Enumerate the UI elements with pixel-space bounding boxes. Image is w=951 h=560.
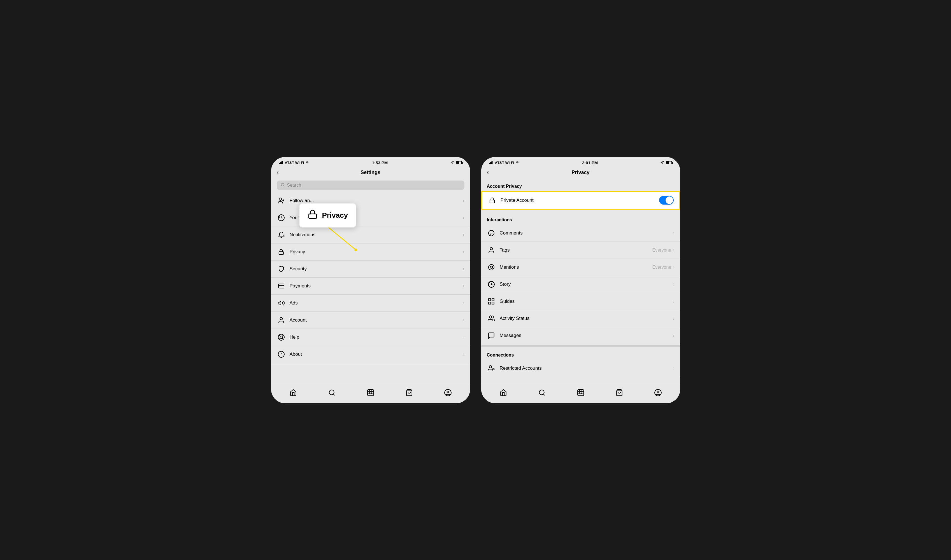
svg-rect-12	[279, 252, 284, 254]
messages-icon	[487, 331, 496, 340]
svg-point-56	[491, 284, 491, 284]
privacy-item-tags[interactable]: Tags Everyone ›	[481, 242, 680, 259]
about-label: About	[290, 351, 463, 357]
svg-point-65	[539, 390, 544, 395]
search-placeholder: Search	[287, 183, 301, 188]
nav-bar-left: ‹ Settings	[271, 167, 470, 178]
settings-item-privacy[interactable]: Privacy ›	[271, 243, 470, 260]
restricted-label: Restricted Accounts	[500, 366, 673, 371]
svg-point-16	[280, 317, 283, 320]
story-label: Story	[500, 282, 673, 287]
left-phone: AT&T Wi-Fi 1:53 PM ‹ Settings	[271, 157, 470, 403]
privacy-item-guides[interactable]: Guides ›	[481, 293, 680, 310]
svg-rect-2	[281, 162, 282, 164]
svg-point-51	[490, 248, 492, 250]
svg-rect-58	[492, 298, 494, 301]
status-bar-left: AT&T Wi-Fi 1:53 PM	[271, 157, 470, 167]
activity-status-icon	[487, 314, 496, 323]
svg-line-66	[543, 394, 545, 395]
account-icon	[277, 316, 286, 325]
settings-item-help[interactable]: Help ›	[271, 329, 470, 346]
svg-point-32	[369, 391, 372, 394]
bottom-nav-home-right[interactable]	[497, 388, 509, 398]
privacy-item-messages[interactable]: Messages ›	[481, 327, 680, 344]
toggle-knob	[665, 197, 673, 204]
settings-item-account[interactable]: Account ›	[271, 312, 470, 329]
svg-point-62	[489, 366, 492, 368]
privacy-icon	[277, 248, 286, 256]
svg-point-39	[447, 391, 449, 393]
svg-rect-43	[492, 161, 493, 164]
bottom-nav-home[interactable]	[287, 388, 300, 398]
nav-bar-right: ‹ Privacy	[481, 167, 680, 178]
bottom-nav-reels[interactable]	[364, 388, 377, 398]
guides-icon	[487, 297, 496, 306]
privacy-item-comments[interactable]: Comments ›	[481, 225, 680, 242]
privacy-label: Privacy	[290, 249, 463, 255]
chevron-privacy: ›	[463, 249, 464, 254]
chevron-activity-status: ›	[673, 316, 674, 321]
svg-rect-3	[283, 161, 283, 164]
svg-rect-46	[489, 200, 494, 203]
status-left-right: AT&T Wi-Fi	[489, 161, 520, 165]
bottom-nav-right	[481, 384, 680, 403]
security-label: Security	[290, 266, 463, 272]
chevron-mentions: ›	[673, 265, 674, 270]
settings-item-about[interactable]: About ›	[271, 346, 470, 363]
svg-line-30	[333, 394, 335, 395]
settings-item-ads[interactable]: Ads ›	[271, 295, 470, 312]
privacy-item-story[interactable]: Story ›	[481, 276, 680, 293]
bottom-nav-shop-right[interactable]	[613, 388, 625, 398]
svg-rect-67	[577, 389, 584, 396]
svg-point-18	[280, 336, 283, 338]
chevron-about: ›	[463, 352, 464, 357]
bottom-nav-left	[271, 384, 470, 403]
mentions-icon	[487, 263, 496, 272]
bottom-nav-reels-right[interactable]	[574, 388, 587, 398]
bottom-nav-profile-right[interactable]	[652, 388, 664, 398]
svg-rect-13	[278, 284, 284, 288]
story-icon	[487, 280, 496, 289]
bottom-nav-profile[interactable]	[442, 388, 454, 398]
bottom-nav-shop[interactable]	[403, 388, 415, 398]
messages-label: Messages	[500, 333, 673, 338]
svg-rect-40	[489, 163, 490, 164]
svg-rect-31	[367, 389, 374, 396]
private-account-row[interactable]: Private Account	[481, 191, 680, 209]
bottom-nav-search[interactable]	[326, 388, 338, 398]
svg-line-20	[282, 338, 284, 340]
privacy-item-mentions[interactable]: Mentions Everyone ›	[481, 259, 680, 276]
comments-icon	[487, 229, 496, 238]
chevron-account: ›	[463, 318, 464, 323]
private-account-toggle[interactable]	[659, 196, 674, 205]
payments-icon	[277, 282, 286, 291]
battery-right	[666, 161, 672, 164]
connections-header: Connections	[481, 347, 680, 360]
mentions-label: Mentions	[500, 265, 652, 270]
settings-item-security[interactable]: Security ›	[271, 260, 470, 278]
svg-point-75	[657, 391, 659, 393]
tooltip-label: Privacy	[322, 211, 348, 220]
ads-icon	[277, 298, 286, 308]
account-privacy-header: Account Privacy	[481, 178, 680, 191]
mentions-value: Everyone	[652, 265, 672, 270]
search-icon	[281, 183, 285, 188]
help-icon	[277, 333, 286, 342]
settings-item-notifications[interactable]: Notifications ›	[271, 226, 470, 243]
chevron-payments: ›	[463, 283, 464, 289]
svg-rect-60	[492, 302, 494, 304]
settings-item-payments[interactable]: Payments ›	[271, 278, 470, 295]
svg-point-68	[579, 391, 582, 394]
svg-marker-15	[278, 301, 281, 305]
back-button-right[interactable]: ‹	[487, 169, 489, 176]
tags-icon	[487, 246, 496, 255]
privacy-item-activity-status[interactable]: Activity Status ›	[481, 310, 680, 327]
back-button-left[interactable]: ‹	[277, 169, 279, 176]
bottom-nav-search-right[interactable]	[536, 388, 548, 398]
privacy-item-restricted[interactable]: Restricted Accounts ›	[481, 360, 680, 377]
svg-line-21	[282, 335, 284, 336]
battery-left	[456, 161, 462, 164]
search-bar[interactable]: Search	[277, 180, 465, 190]
svg-rect-59	[488, 302, 491, 304]
svg-rect-1	[280, 162, 281, 164]
